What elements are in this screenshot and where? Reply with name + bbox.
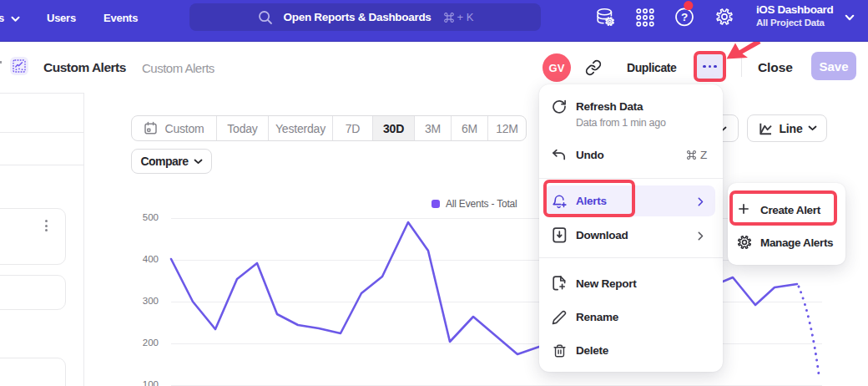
svg-text:?: ? [681, 11, 688, 23]
